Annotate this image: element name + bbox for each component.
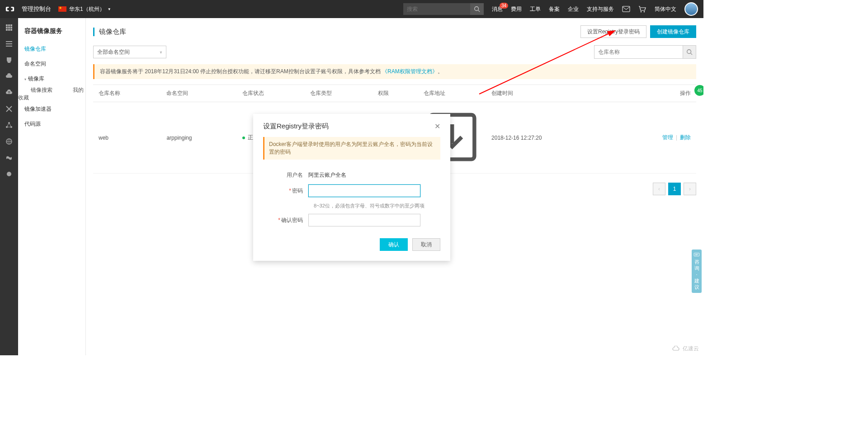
registry-password-modal: 设置Registry登录密码 ✕ Docker客户端登录时使用的用户名为阿里云账… <box>253 114 450 261</box>
password-label: *密码 <box>263 184 308 195</box>
password-label-text: 密码 <box>292 188 303 194</box>
form-row-confirm: *确认密码 <box>253 211 450 229</box>
form-row-password: *密码 <box>253 182 450 200</box>
modal-title: 设置Registry登录密码 <box>263 122 329 131</box>
cancel-button[interactable]: 取消 <box>412 238 440 251</box>
modal-footer: 确认 取消 <box>253 229 450 261</box>
watermark-text: 亿速云 <box>683 345 699 353</box>
chat-icon <box>693 253 700 257</box>
confirm-label: *确认密码 <box>263 214 308 224</box>
modal-notice: Docker客户端登录时使用的用户名为阿里云账户全名，密码为当前设置的密码 <box>263 137 440 160</box>
close-icon[interactable]: ✕ <box>434 122 440 131</box>
form-row-username: 用户名 阿里云账户全名 <box>253 166 450 182</box>
confirm-label-text: 确认密码 <box>281 217 303 223</box>
password-hint: 8~32位，必须包含字母、符号或数字中的至少两项 <box>314 203 440 209</box>
confirm-password-input[interactable] <box>308 214 420 226</box>
watermark: 亿速云 <box>672 345 699 353</box>
float-feedback[interactable]: 咨询·建议 <box>692 250 702 293</box>
watermark-icon <box>672 346 681 352</box>
svg-rect-27 <box>694 253 699 256</box>
username-label: 用户名 <box>263 169 308 179</box>
password-input[interactable] <box>308 184 420 197</box>
modal-header: 设置Registry登录密码 ✕ <box>253 114 450 137</box>
username-value: 阿里云账户全名 <box>308 169 346 179</box>
float-feedback-label: 咨询·建议 <box>694 259 699 290</box>
float-promo-badge[interactable]: 45 <box>694 85 703 96</box>
confirm-button[interactable]: 确认 <box>380 238 408 251</box>
